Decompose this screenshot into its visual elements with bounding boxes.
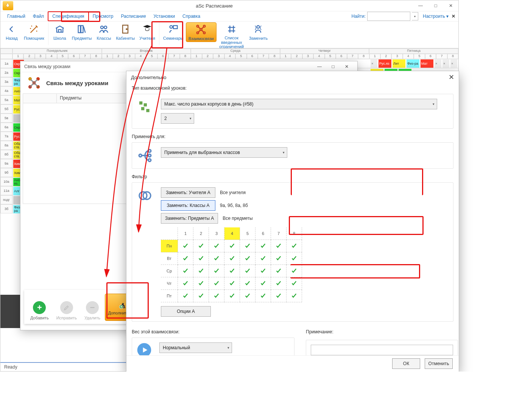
day-period-cell[interactable] [178,252,193,265]
ribbon-collapse-button[interactable]: ✕ [452,14,455,19]
menu-specification[interactable]: Спецификация [48,11,89,21]
day-period-cell[interactable] [287,290,302,302]
day-period-cell[interactable] [287,252,302,265]
day-period-cell[interactable] [255,240,271,252]
day-period-cell[interactable] [240,290,255,302]
ribbon-wizard-button[interactable]: Помощник [22,22,47,41]
ribbon-classes-button[interactable]: Классы [94,22,114,41]
window-maximize-button[interactable]: □ [428,0,443,11]
day-period-cell[interactable] [255,252,271,265]
day-period-cell[interactable] [271,240,287,252]
day-period-cell[interactable] [271,277,287,290]
ribbon-constraints-list-button[interactable]: Список введенных ограничений [217,22,247,50]
cancel-button[interactable]: Отменить [425,358,453,369]
window-close-button[interactable]: ✕ [443,0,458,11]
customize-button[interactable]: Настроить ▾ [423,14,449,19]
day-period-cell[interactable] [193,277,209,290]
relation-type-select[interactable]: Макс. число разных корпусов в день (#58)… [161,99,437,109]
ribbon-seminars-button[interactable]: Семинары [161,22,186,41]
menu-schedule[interactable]: Расписание [117,12,150,20]
ribbon-replace-button[interactable]: Заменить [247,22,270,41]
ribbon-back-button[interactable]: Назад [2,22,22,41]
edit-relation-button[interactable]: Исправить [53,300,80,321]
day-period-cell[interactable] [193,265,209,277]
note-label: Примечание: [306,329,458,334]
door-icon [119,23,131,35]
ribbon-school-button[interactable]: Школа [50,22,70,41]
day-period-cell[interactable] [224,290,240,302]
day-period-cell[interactable] [209,240,224,252]
filter-panel: Заменить: Учителя А Все учителя Заменить… [132,182,453,322]
svg-point-28 [148,159,151,162]
ribbon-rooms-button[interactable]: Кабинеты [114,22,137,41]
day-period-cell[interactable] [193,240,209,252]
options-button[interactable]: Опции А [161,306,211,317]
day-period-cell[interactable] [178,290,193,302]
day-period-cell[interactable] [287,240,302,252]
day-period-cell[interactable] [178,265,193,277]
day-period-cell[interactable] [224,240,240,252]
ok-button[interactable]: ОК [392,358,420,369]
replace-teachers-button[interactable]: Заменить: Учителя А [161,187,215,198]
day-period-cell[interactable] [209,290,224,302]
weight-select[interactable]: Нормальный▾ [159,342,232,353]
replace-classes-button[interactable]: Заменить: Классы А [161,200,215,211]
svg-point-26 [148,149,151,152]
day-period-cell[interactable] [240,240,255,252]
day-period-cell[interactable] [209,265,224,277]
relations-dialog-minimize[interactable]: — [313,64,326,69]
filter-panel-icon [137,187,153,204]
window-minimize-button[interactable]: — [413,0,428,11]
ribbon-teachers-button[interactable]: Учителя [137,22,157,41]
day-period-cell[interactable] [240,252,255,265]
relation-count-select[interactable]: 2▾ [161,113,194,124]
note-input[interactable] [311,345,453,355]
day-period-cell[interactable] [287,265,302,277]
day-period-cell[interactable] [193,290,209,302]
find-dropdown-button[interactable]: ▾ [412,12,418,20]
day-period-cell[interactable] [224,277,240,290]
col-subjects-header: Предметы [57,94,131,103]
wand-icon [28,23,40,35]
menu-main[interactable]: Главный [3,12,29,20]
day-period-cell[interactable] [271,252,287,265]
day-period-cell[interactable] [209,252,224,265]
find-input[interactable] [367,12,410,21]
menu-help[interactable]: Справка [179,12,204,20]
filter-section-label: Фильтр [132,174,453,179]
advanced-dialog: Дополнительно ✕ Тип взаимосвязей уроков:… [126,71,459,372]
day-period-cell[interactable] [224,252,240,265]
day-period-cell[interactable] [224,265,240,277]
weight-play-icon [137,342,152,355]
day-period-cell[interactable] [193,252,209,265]
selected-classes-label: 9а, 9б, 8а, 8б [220,203,248,208]
day-period-cell[interactable] [255,290,271,302]
day-period-cell[interactable] [240,265,255,277]
replace-subjects-button[interactable]: Заменить: Предметы А [161,213,218,224]
delete-relation-button[interactable]: − Удалить [81,300,103,321]
day-period-cell[interactable] [255,277,271,290]
day-period-cell[interactable] [178,240,193,252]
replace-icon [252,23,264,35]
day-period-cell[interactable] [209,277,224,290]
ribbon-subjects-button[interactable]: Предметы [70,22,94,41]
day-period-cell[interactable] [287,277,302,290]
svg-point-6 [170,26,173,28]
advanced-dialog-close[interactable]: ✕ [449,73,454,81]
relations-dialog-close[interactable]: ✕ [340,64,354,69]
day-period-grid[interactable]: 12345678ПнВтСрЧтПт [161,227,449,302]
menu-file[interactable]: Файл [29,12,48,20]
day-period-cell[interactable] [271,265,287,277]
day-period-cell[interactable] [255,265,271,277]
day-period-cell[interactable] [178,277,193,290]
school-icon [54,23,66,35]
day-period-cell[interactable] [271,290,287,302]
ribbon-relations-button[interactable]: Взаимосвязи [186,22,217,42]
menu-settings[interactable]: Установки [150,12,179,20]
apply-for-select[interactable]: Применить для выбранных классов▾ [161,147,287,158]
menu-view[interactable]: Просмотр [89,12,117,20]
add-relation-button[interactable]: + Добавить [27,300,52,321]
relations-dialog-maximize[interactable]: □ [326,64,340,69]
svg-rect-21 [139,101,142,104]
day-period-cell[interactable] [240,277,255,290]
